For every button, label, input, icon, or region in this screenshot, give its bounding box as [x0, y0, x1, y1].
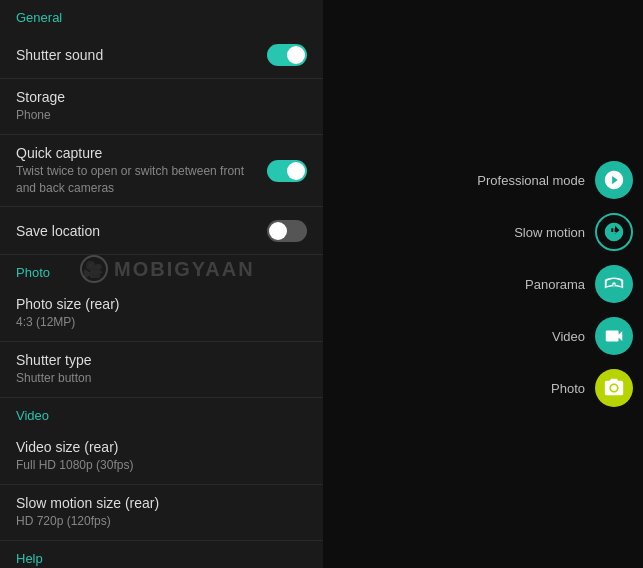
panorama-icon[interactable]: [595, 265, 633, 303]
menu-item-professional-mode[interactable]: Professional mode: [477, 161, 633, 199]
section-header-general: General: [0, 0, 323, 31]
video-icon[interactable]: [595, 317, 633, 355]
toggle-quick-capture[interactable]: [267, 160, 307, 182]
setting-title-video-size-rear: Video size (rear): [16, 439, 307, 455]
section-header-photo: Photo: [0, 255, 323, 286]
setting-title-photo-size-rear: Photo size (rear): [16, 296, 307, 312]
setting-subtitle-video-size-rear: Full HD 1080p (30fps): [16, 457, 307, 474]
camera-mode-panel: Professional mode Slow motion Panorama: [323, 0, 643, 568]
setting-photo-size-rear[interactable]: Photo size (rear) 4:3 (12MP): [0, 286, 323, 342]
setting-shutter-sound[interactable]: Shutter sound: [0, 31, 323, 79]
setting-title-quick-capture: Quick capture: [16, 145, 267, 161]
menu-label-photo: Photo: [551, 381, 585, 396]
section-header-help: Help: [0, 541, 323, 568]
setting-subtitle-storage: Phone: [16, 107, 307, 124]
section-header-video: Video: [0, 398, 323, 429]
setting-save-location[interactable]: Save location: [0, 207, 323, 255]
setting-title-shutter-type: Shutter type: [16, 352, 307, 368]
menu-item-panorama[interactable]: Panorama: [477, 265, 633, 303]
menu-label-panorama: Panorama: [525, 277, 585, 292]
setting-subtitle-slow-motion-size: HD 720p (120fps): [16, 513, 307, 530]
toggle-shutter-sound[interactable]: [267, 44, 307, 66]
setting-video-size-rear[interactable]: Video size (rear) Full HD 1080p (30fps): [0, 429, 323, 485]
menu-label-video: Video: [552, 329, 585, 344]
settings-panel: General Shutter sound Storage Phone Quic…: [0, 0, 323, 568]
setting-shutter-type[interactable]: Shutter type Shutter button: [0, 342, 323, 398]
menu-item-photo[interactable]: Photo: [477, 369, 633, 407]
setting-subtitle-quick-capture: Twist twice to open or switch between fr…: [16, 163, 267, 197]
setting-storage[interactable]: Storage Phone: [0, 79, 323, 135]
setting-title-save-location: Save location: [16, 223, 267, 239]
setting-subtitle-photo-size-rear: 4:3 (12MP): [16, 314, 307, 331]
setting-title-shutter-sound: Shutter sound: [16, 47, 267, 63]
setting-title-storage: Storage: [16, 89, 307, 105]
menu-item-slow-motion[interactable]: Slow motion: [477, 213, 633, 251]
setting-slow-motion-size[interactable]: Slow motion size (rear) HD 720p (120fps): [0, 485, 323, 541]
setting-quick-capture[interactable]: Quick capture Twist twice to open or swi…: [0, 135, 323, 208]
setting-subtitle-shutter-type: Shutter button: [16, 370, 307, 387]
menu-label-slow-motion: Slow motion: [514, 225, 585, 240]
photo-icon[interactable]: [595, 369, 633, 407]
toggle-save-location[interactable]: [267, 220, 307, 242]
menu-label-professional-mode: Professional mode: [477, 173, 585, 188]
slow-motion-icon[interactable]: [595, 213, 633, 251]
menu-item-video[interactable]: Video: [477, 317, 633, 355]
camera-pro-icon[interactable]: [595, 161, 633, 199]
camera-menu: Professional mode Slow motion Panorama: [477, 161, 643, 407]
setting-title-slow-motion-size: Slow motion size (rear): [16, 495, 307, 511]
